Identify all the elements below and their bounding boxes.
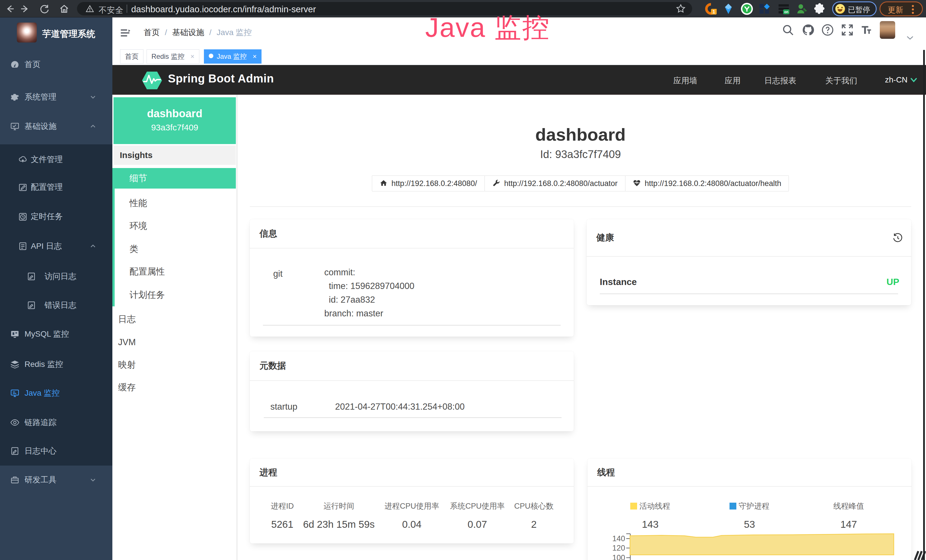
svg-text:1: 1 — [713, 9, 715, 14]
svg-text:on: on — [784, 10, 788, 14]
svg-text:140: 140 — [612, 534, 625, 543]
svg-text:120: 120 — [612, 544, 625, 552]
svg-text:100: 100 — [612, 554, 625, 560]
